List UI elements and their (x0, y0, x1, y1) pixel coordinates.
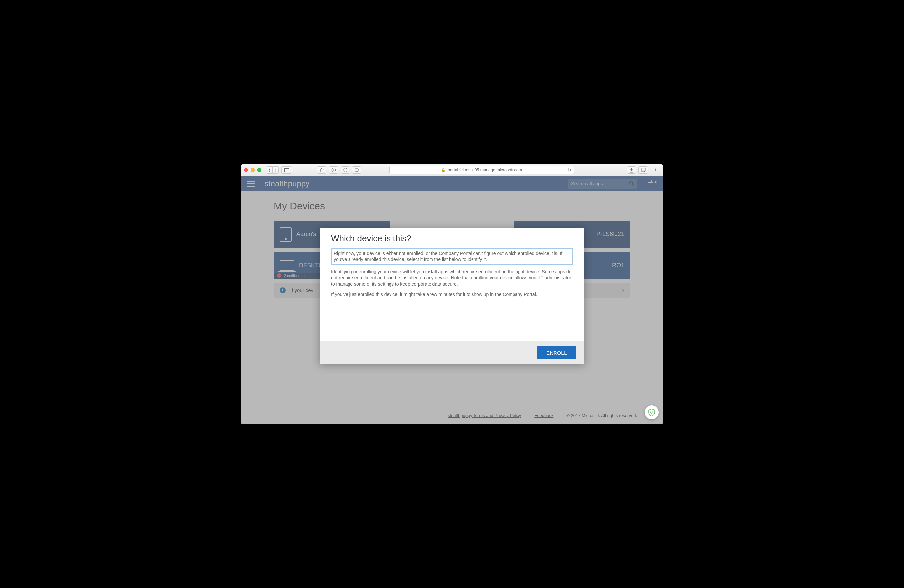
svg-rect-7 (642, 168, 645, 171)
url-text: portal.fei.msuc05.manage.microsoft.com (448, 168, 522, 172)
lock-icon: 🔒 (441, 168, 446, 172)
modal-footer: ENROLL (320, 341, 584, 364)
new-tab-button[interactable]: + (651, 164, 660, 175)
home-button[interactable] (317, 166, 326, 174)
shield-button[interactable] (341, 166, 349, 174)
url-bar[interactable]: 🔒 portal.fei.msuc05.manage.microsoft.com… (389, 166, 574, 174)
info-button[interactable]: i (329, 166, 338, 174)
browser-toolbar: ⟨ ⟩ i 🔒 portal.fei.msuc05.manage.microso… (241, 164, 663, 176)
modal-text: If you've just enrolled this device, it … (331, 291, 573, 298)
sidebar-button[interactable] (281, 166, 292, 174)
back-button[interactable]: ⟨ (267, 166, 272, 174)
forward-button[interactable]: ⟩ (272, 166, 279, 174)
page-viewport: stealthpuppy 2 My Devices (241, 176, 663, 424)
modal-text-highlight: Right now, your device is either not enr… (331, 248, 573, 265)
enroll-button[interactable]: ENROLL (537, 346, 576, 359)
window-close-button[interactable] (244, 168, 248, 172)
window-controls (244, 168, 261, 172)
window-maximize-button[interactable] (257, 168, 261, 172)
modal-body: Which device is this? Right now, your de… (320, 228, 584, 341)
browser-window: ⟨ ⟩ i 🔒 portal.fei.msuc05.manage.microso… (241, 164, 663, 424)
refresh-icon[interactable]: ↻ (567, 168, 571, 172)
tabs-button[interactable] (638, 166, 648, 174)
svg-rect-0 (285, 168, 289, 172)
modal-text: Identifying or enrolling your device wil… (331, 269, 573, 288)
svg-text:i: i (333, 168, 334, 172)
modal-title: Which device is this? (331, 234, 573, 244)
shield-fab[interactable] (645, 405, 659, 419)
pocket-button[interactable] (352, 166, 361, 174)
identify-device-modal: Which device is this? Right now, your de… (320, 228, 584, 364)
nav-group: ⟨ ⟩ (267, 166, 279, 174)
window-minimize-button[interactable] (251, 168, 254, 172)
share-button[interactable] (627, 166, 636, 174)
